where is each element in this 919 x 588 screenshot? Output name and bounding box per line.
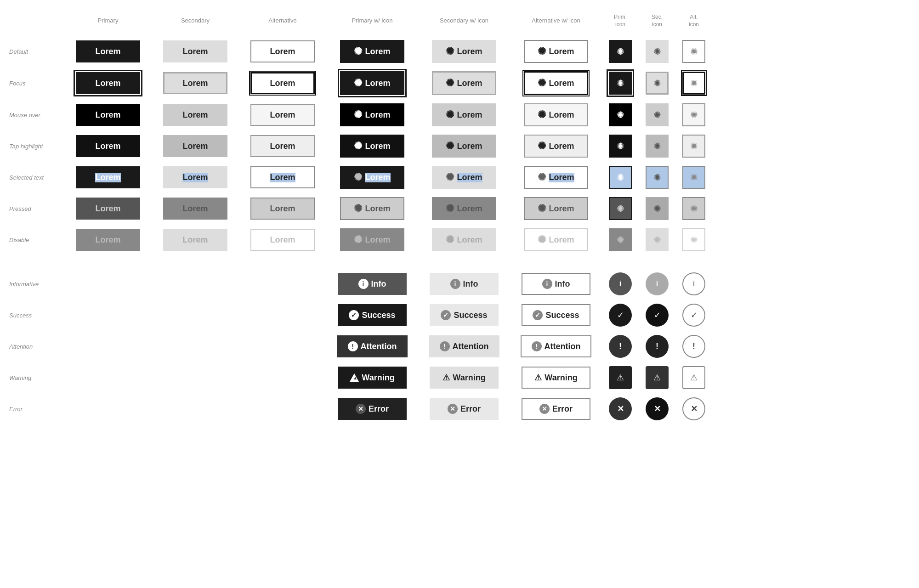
btn-success-alt[interactable]: ✓ Success bbox=[522, 304, 590, 326]
icon-btn-mouseover-alt[interactable]: ✺ bbox=[682, 103, 705, 126]
cell-attention-primary: ! Attention bbox=[326, 335, 418, 357]
btn-sel-primary[interactable]: Lorem bbox=[76, 166, 140, 188]
icon-btn-tap-primary[interactable]: ✺ bbox=[609, 135, 632, 158]
sem-icon-success-secondary[interactable]: ✓ bbox=[646, 304, 669, 327]
btn-sel-secondary[interactable]: Lorem bbox=[163, 166, 227, 188]
btn-attention-secondary[interactable]: ! Attention bbox=[429, 335, 500, 357]
selected-text-primary: Lorem bbox=[95, 173, 120, 182]
btn-tap-alt-icon[interactable]: ✺Lorem bbox=[524, 135, 588, 158]
btn-sel-alt-icon[interactable]: ✺Lorem bbox=[524, 166, 588, 189]
btn-error-secondary[interactable]: ✕ Error bbox=[430, 398, 499, 420]
btn-sel-primary-icon[interactable]: ✺Lorem bbox=[340, 166, 404, 189]
sem-icon-attention-primary[interactable]: ! bbox=[609, 335, 632, 358]
btn-success-primary[interactable]: ✓ Success bbox=[338, 304, 407, 326]
btn-pressed-secondary[interactable]: Lorem bbox=[163, 198, 227, 220]
btn-mouseover-alt[interactable]: Lorem bbox=[250, 104, 315, 126]
btn-attention-alt[interactable]: ! Attention bbox=[521, 335, 592, 357]
btn-default-secondary-icon[interactable]: ✺Lorem bbox=[432, 40, 496, 63]
btn-mouseover-alt-icon[interactable]: ✺Lorem bbox=[524, 103, 588, 126]
cell-success-alt-icon: ✓ bbox=[675, 304, 712, 327]
btn-focus-secondary[interactable]: Lorem bbox=[163, 72, 227, 94]
btn-mouseover-secondary[interactable]: Lorem bbox=[163, 104, 227, 126]
sem-icon-attention-alt[interactable]: ! bbox=[682, 335, 705, 358]
cell-sel-primary: Lorem bbox=[64, 166, 152, 188]
sem-icon-info-secondary[interactable]: i bbox=[646, 272, 669, 295]
icon-btn-sel-secondary[interactable]: ✺ bbox=[646, 166, 669, 189]
btn-error-alt[interactable]: ✕ Error bbox=[522, 398, 590, 420]
btn-sel-secondary-icon[interactable]: ✺Lorem bbox=[432, 166, 496, 189]
sem-icon-attention-secondary[interactable]: ! bbox=[646, 335, 669, 358]
gear-icon: ✺ bbox=[354, 77, 362, 89]
btn-warning-primary[interactable]: ▲ Warning bbox=[338, 367, 407, 389]
btn-error-primary[interactable]: ✕ Error bbox=[338, 398, 407, 420]
icon-btn-tap-alt[interactable]: ✺ bbox=[682, 135, 705, 158]
sem-icon-info-alt[interactable]: i bbox=[682, 272, 705, 295]
btn-pressed-secondary-icon[interactable]: ✺Lorem bbox=[432, 197, 496, 220]
btn-focus-primary[interactable]: Lorem bbox=[76, 72, 140, 94]
sem-icon-success-alt[interactable]: ✓ bbox=[682, 304, 705, 327]
btn-default-primary[interactable]: Lorem bbox=[76, 40, 140, 62]
btn-sel-alt[interactable]: Lorem bbox=[250, 166, 315, 188]
icon-btn-pressed-secondary[interactable]: ✺ bbox=[646, 197, 669, 220]
btn-pressed-primary-icon[interactable]: ✺Lorem bbox=[340, 197, 404, 220]
icon-btn-pressed-alt[interactable]: ✺ bbox=[682, 197, 705, 220]
icon-btn-focus-primary[interactable]: ✺ bbox=[609, 72, 632, 95]
sem-icon-info-primary[interactable]: i bbox=[609, 272, 632, 295]
icon-btn-default-alt[interactable]: ✺ bbox=[682, 40, 705, 63]
btn-warning-secondary[interactable]: ⚠ Warning bbox=[430, 367, 499, 389]
sem-icon-warning-primary[interactable]: ⚠ bbox=[609, 366, 632, 389]
icon-btn-sel-primary[interactable]: ✺ bbox=[609, 166, 632, 189]
icon-btn-sel-alt[interactable]: ✺ bbox=[682, 166, 705, 189]
gear-icon: ✺ bbox=[690, 109, 698, 120]
icon-btn-tap-secondary[interactable]: ✺ bbox=[646, 135, 669, 158]
row-label-disable: Disable bbox=[9, 237, 64, 243]
btn-focus-alt[interactable]: Lorem bbox=[250, 72, 315, 94]
btn-success-secondary[interactable]: ✓ Success bbox=[430, 304, 499, 326]
btn-warning-alt[interactable]: ⚠ Warning bbox=[522, 367, 590, 389]
icon-btn-mouseover-primary[interactable]: ✺ bbox=[609, 103, 632, 126]
btn-default-alt[interactable]: Lorem bbox=[250, 40, 315, 62]
btn-default-primary-icon[interactable]: ✺Lorem bbox=[340, 40, 404, 63]
btn-mouseover-primary[interactable]: Lorem bbox=[76, 104, 140, 126]
checkmark-icon: ✓ bbox=[349, 310, 359, 320]
btn-mouseover-secondary-icon[interactable]: ✺Lorem bbox=[432, 103, 496, 126]
btn-info-primary[interactable]: i Info bbox=[338, 273, 407, 295]
btn-default-secondary[interactable]: Lorem bbox=[163, 40, 227, 62]
cell-mouseover-sec-icon: ✺ bbox=[639, 103, 675, 126]
gear-icon: ✺ bbox=[446, 171, 454, 183]
icon-btn-focus-alt[interactable]: ✺ bbox=[682, 72, 705, 95]
sem-icon-success-primary[interactable]: ✓ bbox=[609, 304, 632, 327]
cell-mouseover-secondary: Lorem bbox=[152, 104, 239, 126]
btn-default-alt-icon[interactable]: ✺Lorem bbox=[524, 40, 588, 63]
error-icon: ✕ bbox=[539, 404, 550, 414]
btn-tap-secondary[interactable]: Lorem bbox=[163, 135, 227, 157]
btn-pressed-alt-icon[interactable]: ✺Lorem bbox=[524, 197, 588, 220]
icon-btn-focus-secondary[interactable]: ✺ bbox=[646, 72, 669, 95]
btn-tap-secondary-icon[interactable]: ✺Lorem bbox=[432, 135, 496, 158]
sem-icon-error-secondary[interactable]: ✕ bbox=[646, 397, 669, 420]
warning-icon: ⚠ bbox=[534, 373, 542, 383]
sem-icon-error-alt[interactable]: ✕ bbox=[682, 397, 705, 420]
btn-focus-secondary-icon[interactable]: ✺Lorem bbox=[432, 71, 496, 95]
btn-focus-alt-icon[interactable]: ✺Lorem bbox=[524, 71, 588, 95]
cell-default-sec-icon: ✺ bbox=[639, 40, 675, 63]
sem-icon-warning-secondary[interactable]: ⚠ bbox=[646, 366, 669, 389]
icon-btn-default-secondary[interactable]: ✺ bbox=[646, 40, 669, 63]
btn-pressed-primary[interactable]: Lorem bbox=[76, 198, 140, 220]
cell-focus-primary-icon: ✺Lorem bbox=[326, 71, 418, 95]
btn-tap-primary-icon[interactable]: ✺Lorem bbox=[340, 135, 404, 158]
btn-tap-alt[interactable]: Lorem bbox=[250, 135, 315, 157]
btn-focus-primary-icon[interactable]: ✺Lorem bbox=[340, 71, 404, 95]
btn-tap-primary[interactable]: Lorem bbox=[76, 135, 140, 157]
btn-pressed-alt[interactable]: Lorem bbox=[250, 198, 315, 220]
icon-btn-mouseover-secondary[interactable]: ✺ bbox=[646, 103, 669, 126]
icon-btn-default-primary[interactable]: ✺ bbox=[609, 40, 632, 63]
btn-attention-primary[interactable]: ! Attention bbox=[337, 335, 408, 357]
icon-btn-pressed-primary[interactable]: ✺ bbox=[609, 197, 632, 220]
sem-icon-error-primary[interactable]: ✕ bbox=[609, 397, 632, 420]
btn-info-alt[interactable]: i Info bbox=[522, 273, 590, 295]
btn-info-secondary[interactable]: i Info bbox=[430, 273, 499, 295]
sem-icon-warning-alt[interactable]: ⚠ bbox=[682, 366, 705, 389]
cell-info-secondary: i Info bbox=[418, 273, 510, 295]
btn-mouseover-primary-icon[interactable]: ✺Lorem bbox=[340, 103, 404, 126]
